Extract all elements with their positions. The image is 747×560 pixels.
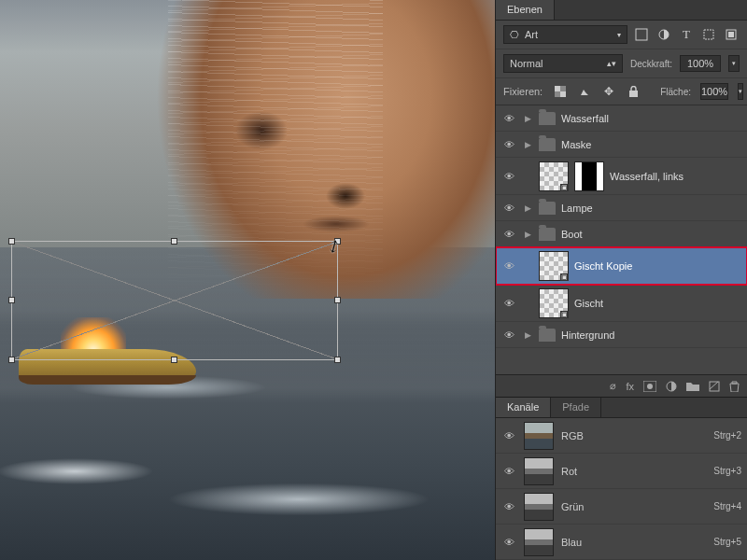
lock-row: Fixieren: ✥ Fläche: 100% ▾ [496,78,747,105]
disclosure-triangle-icon[interactable]: ▶ [522,140,533,149]
filter-smart-icon[interactable] [723,26,740,43]
layer-mask-thumbnail[interactable] [574,161,604,191]
transform-handle-tl[interactable] [8,238,15,245]
filter-type-icon[interactable]: T [678,26,695,43]
layer-row[interactable]: 👁▶Wasserfall [496,105,747,132]
fill-input[interactable]: 100% [700,83,728,100]
layer-thumbnail[interactable]: ▣ [539,161,569,191]
layer-filter-select[interactable]: ⎔ Art ▾ [503,25,627,44]
new-group-icon[interactable] [686,381,699,391]
transform-handle-tm[interactable] [171,238,177,245]
visibility-toggle-icon[interactable]: 👁 [501,203,516,214]
transform-bounding-box[interactable] [11,241,338,360]
lock-pixels-icon[interactable] [576,83,593,100]
layer-name[interactable]: Lampe [561,203,741,214]
transform-handle-mr[interactable] [334,297,341,303]
disclosure-triangle-icon[interactable]: ▶ [522,230,533,239]
visibility-toggle-icon[interactable]: 👁 [501,171,516,182]
visibility-toggle-icon[interactable]: 👁 [501,466,516,477]
layer-row[interactable]: 👁▶Maske [496,132,747,158]
visibility-toggle-icon[interactable]: 👁 [501,113,516,124]
filter-pixel-icon[interactable] [633,26,650,43]
channel-name: Blau [561,537,706,548]
channel-row[interactable]: 👁RGBStrg+2 [496,418,747,454]
layer-row[interactable]: 👁▣Wasserfall, links [496,158,747,195]
layer-name[interactable]: Boot [561,229,741,240]
disclosure-triangle-icon[interactable]: ▶ [522,114,533,123]
visibility-toggle-icon[interactable]: 👁 [501,298,516,309]
lock-position-icon[interactable]: ✥ [600,83,617,100]
fill-slider-toggle[interactable]: ▾ [738,83,743,100]
delete-layer-icon[interactable] [729,381,740,392]
visibility-toggle-icon[interactable]: 👁 [501,229,516,240]
chevron-updown-icon: ▴▾ [607,59,616,68]
tab-paths[interactable]: Pfade [551,398,601,417]
channels-tabs: Kanäle Pfade [496,398,747,418]
add-mask-icon[interactable] [643,381,656,392]
visibility-toggle-icon[interactable]: 👁 [501,329,516,341]
visibility-toggle-icon[interactable]: 👁 [501,537,516,548]
new-adjustment-icon[interactable] [666,381,677,392]
layer-row[interactable]: 👁▣Gischt [496,285,747,322]
layer-filter-row: ⎔ Art ▾ T [496,21,747,49]
visibility-toggle-icon[interactable]: 👁 [501,139,516,150]
visibility-toggle-icon[interactable]: 👁 [501,260,516,272]
visibility-toggle-icon[interactable]: 👁 [501,501,516,512]
filter-kind-icon: ⎔ [510,29,519,41]
lock-transparent-icon[interactable] [552,83,569,100]
transform-handle-ml[interactable] [8,297,15,303]
channel-shortcut: Strg+4 [713,501,741,511]
channel-row[interactable]: 👁RotStrg+3 [496,454,747,489]
layers-panel-footer: ⌀ fx [496,374,747,397]
tab-channels[interactable]: Kanäle [496,398,551,417]
lock-label: Fixieren: [503,86,543,97]
transform-handle-br[interactable] [334,357,341,363]
filter-shape-icon[interactable] [700,26,717,43]
layers-list: 👁▶Wasserfall👁▶Maske👁▣Wasserfall, links👁▶… [496,105,747,374]
new-layer-icon[interactable] [709,381,720,392]
link-layers-icon[interactable]: ⌀ [610,380,616,392]
channel-thumbnail [524,493,554,521]
channel-row[interactable]: 👁BlauStrg+5 [496,525,747,560]
layers-panel: Ebenen ⎔ Art ▾ T Normal ▴▾ Deckkraft: 10… [495,0,747,560]
disclosure-triangle-icon[interactable]: ▶ [522,330,533,340]
channel-row[interactable]: 👁GrünStrg+4 [496,489,747,525]
canvas-area[interactable]: ⤢ [0,0,495,560]
layer-row[interactable]: 👁▶Boot [496,221,747,247]
opacity-label: Deckkraft: [630,59,672,69]
folder-icon [539,138,556,151]
layer-row[interactable]: 👁▣Gischt Kopie [496,247,747,285]
layer-thumbnail[interactable]: ▣ [539,288,569,318]
layer-thumbnail[interactable]: ▣ [539,251,569,281]
svg-rect-12 [710,382,719,391]
channels-panel: Kanäle Pfade 👁RGBStrg+2👁RotStrg+3👁GrünSt… [496,397,747,560]
transform-handle-bm[interactable] [171,357,177,363]
channel-name: Rot [561,466,706,477]
layer-fx-icon[interactable]: fx [626,381,634,392]
channel-shortcut: Strg+3 [713,466,741,476]
smartobject-badge-icon: ▣ [560,311,569,318]
layer-name[interactable]: Gischt Kopie [574,260,741,272]
lock-all-icon[interactable] [625,83,641,100]
svg-rect-0 [636,29,647,40]
layer-row[interactable]: 👁▶Hintergrund [496,322,747,348]
channel-name: RGB [561,430,706,441]
disclosure-triangle-icon[interactable]: ▶ [522,203,533,213]
blend-mode-row: Normal ▴▾ Deckkraft: 100% ▾ [496,49,747,78]
layer-name[interactable]: Hintergrund [561,329,741,341]
tab-layers[interactable]: Ebenen [496,0,555,20]
smartobject-badge-icon: ▣ [560,184,569,191]
layer-name[interactable]: Gischt [574,298,741,309]
opacity-slider-toggle[interactable]: ▾ [728,55,740,72]
layer-row[interactable]: 👁▶Lampe [496,195,747,221]
channel-shortcut: Strg+2 [713,430,741,441]
visibility-toggle-icon[interactable]: 👁 [501,430,516,441]
layer-name[interactable]: Maske [561,139,741,150]
layer-name[interactable]: Wasserfall, links [610,171,741,182]
filter-adjust-icon[interactable] [655,26,672,43]
blend-mode-select[interactable]: Normal ▴▾ [503,54,623,73]
transform-handle-bl[interactable] [8,357,15,363]
layer-name[interactable]: Wasserfall [561,113,741,124]
fill-label: Fläche: [660,87,691,97]
opacity-input[interactable]: 100% [680,55,721,72]
